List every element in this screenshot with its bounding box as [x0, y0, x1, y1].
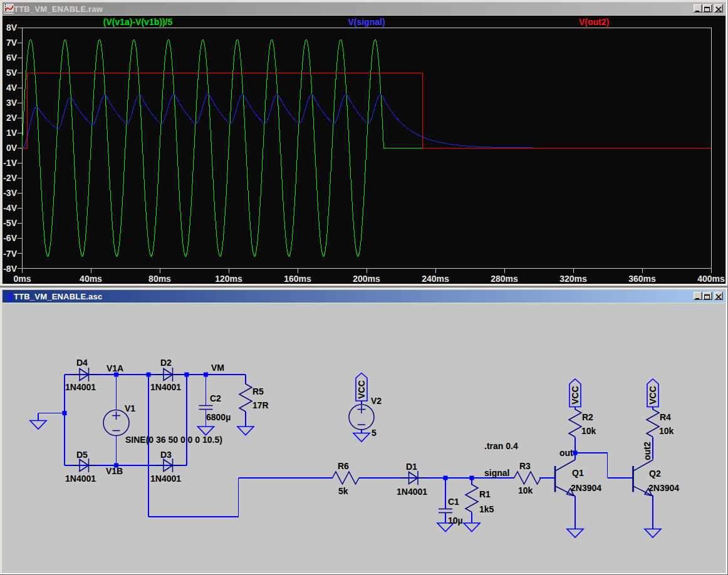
svg-text:D4: D4	[76, 358, 88, 368]
svg-text:signal: signal	[484, 468, 509, 478]
svg-text:-7V: -7V	[3, 249, 17, 259]
svg-text:.tran 0.4: .tran 0.4	[484, 441, 518, 451]
svg-text:0V: 0V	[6, 143, 18, 153]
svg-text:240ms: 240ms	[422, 274, 449, 284]
svg-text:5V: 5V	[6, 68, 18, 78]
svg-text:2N3904: 2N3904	[648, 483, 679, 493]
svg-text:V1A: V1A	[107, 363, 123, 373]
svg-text:-6V: -6V	[3, 233, 17, 243]
svg-text:1V: 1V	[6, 128, 18, 138]
svg-text:Q1: Q1	[572, 468, 584, 478]
svg-text:10µ: 10µ	[448, 515, 463, 526]
svg-text:D2: D2	[160, 358, 172, 368]
svg-text:10k: 10k	[659, 426, 674, 436]
svg-text:-5V: -5V	[3, 218, 17, 228]
svg-text:D3: D3	[160, 450, 172, 460]
svg-text:R2: R2	[582, 412, 593, 422]
svg-text:R5: R5	[252, 386, 264, 396]
svg-text:17R: 17R	[252, 400, 269, 410]
svg-text:200ms: 200ms	[353, 274, 380, 284]
svg-text:1N4001: 1N4001	[150, 474, 181, 484]
svg-text:R4: R4	[660, 412, 671, 422]
svg-text:-2V: -2V	[3, 173, 17, 183]
svg-text:0ms: 0ms	[13, 274, 31, 284]
svg-text:4V: 4V	[6, 83, 18, 93]
svg-text:C1: C1	[448, 497, 459, 507]
svg-text:8V: 8V	[6, 23, 18, 33]
svg-text:120ms: 120ms	[215, 274, 242, 284]
svg-text:V1: V1	[125, 403, 135, 413]
svg-text:280ms: 280ms	[491, 274, 518, 284]
svg-text:80ms: 80ms	[148, 274, 171, 284]
svg-text:40ms: 40ms	[80, 274, 102, 284]
svg-text:5: 5	[372, 428, 377, 438]
svg-text:1N4001: 1N4001	[65, 382, 96, 392]
svg-text:R3: R3	[519, 461, 531, 471]
svg-text:V(out2): V(out2)	[579, 17, 609, 27]
svg-text:5k: 5k	[338, 486, 348, 496]
svg-text:10k: 10k	[581, 426, 596, 436]
svg-text:1N4001: 1N4001	[150, 382, 181, 392]
svg-text:7V: 7V	[6, 38, 18, 48]
svg-text:out2: out2	[642, 442, 652, 460]
svg-text:1k5: 1k5	[479, 504, 494, 514]
svg-text:V(signal): V(signal)	[348, 17, 385, 27]
svg-text:6800µ: 6800µ	[206, 412, 231, 422]
svg-text:VM: VM	[211, 363, 224, 373]
svg-text:SINE(0 36 50 0 0 0 10.5): SINE(0 36 50 0 0 0 10.5)	[125, 435, 222, 445]
svg-text:V2: V2	[371, 396, 382, 406]
svg-text:D1: D1	[406, 462, 417, 472]
svg-text:360ms: 360ms	[628, 274, 656, 284]
svg-text:2N3904: 2N3904	[571, 483, 601, 493]
svg-text:6V: 6V	[6, 53, 18, 63]
svg-text:VCC: VCC	[570, 386, 580, 405]
svg-text:400ms: 400ms	[697, 274, 725, 284]
svg-text:R1: R1	[479, 489, 491, 499]
svg-text:V1B: V1B	[106, 466, 123, 476]
svg-text:320ms: 320ms	[559, 274, 587, 284]
svg-text:C2: C2	[210, 393, 221, 403]
svg-text:1N4001: 1N4001	[65, 474, 96, 484]
svg-text:out: out	[559, 448, 573, 458]
svg-text:-3V: -3V	[3, 188, 17, 198]
svg-text:-8V: -8V	[3, 264, 17, 274]
svg-text:VCC: VCC	[648, 386, 658, 405]
svg-text:Q2: Q2	[649, 469, 661, 479]
svg-text:1N4001: 1N4001	[397, 487, 427, 497]
svg-text:VCC: VCC	[356, 380, 367, 399]
svg-text:3V: 3V	[6, 98, 18, 108]
svg-text:-4V: -4V	[3, 203, 17, 213]
svg-text:D5: D5	[76, 450, 88, 460]
svg-text:2V: 2V	[6, 113, 18, 123]
svg-text:10k: 10k	[518, 485, 533, 495]
svg-text:160ms: 160ms	[284, 274, 311, 284]
svg-text:R6: R6	[338, 461, 349, 471]
svg-text:-1V: -1V	[3, 158, 17, 168]
svg-text:(V(v1a)-V(v1b))/5: (V(v1a)-V(v1b))/5	[103, 17, 173, 27]
